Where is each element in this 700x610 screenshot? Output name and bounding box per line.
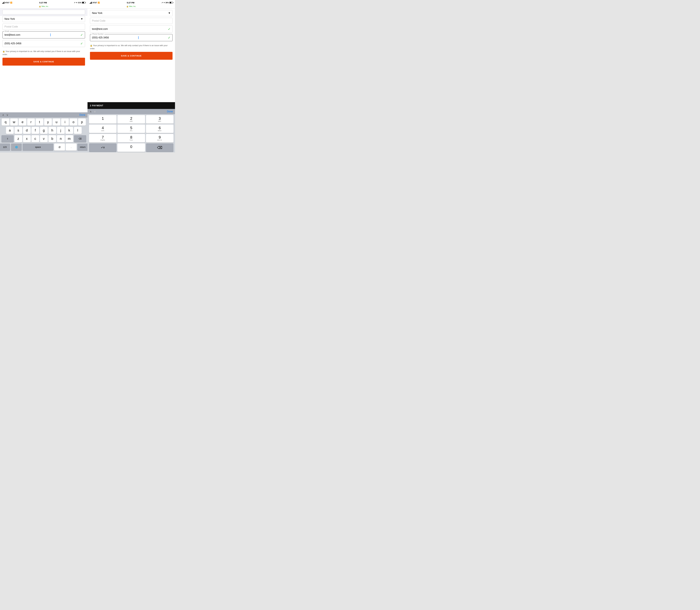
- battery-tip-1: [85, 2, 86, 3]
- wifi-icon-2: 📶: [98, 2, 100, 4]
- num-key-2[interactable]: 2 ABC: [117, 115, 145, 124]
- email-value-1: test@test.com: [4, 33, 20, 36]
- phone-value-2: (555) 425-3456: [92, 36, 109, 39]
- key-at[interactable]: @: [54, 144, 65, 150]
- state-dropdown-1[interactable]: New York ▼: [2, 16, 85, 22]
- key-space[interactable]: space: [22, 144, 53, 150]
- num-key-3[interactable]: 3 DEF: [146, 115, 173, 124]
- phone-screen-2: AT&T 📶 5:27 PM ↗ ✦ 30% 🔒 Nike, Inc. New …: [88, 0, 175, 152]
- num-sub-8: TUV: [130, 139, 133, 141]
- key-r[interactable]: r: [27, 118, 35, 126]
- content-area-2: New York ▼ Postal Code test@test.com ✓ P…: [88, 9, 175, 102]
- keyboard-toolbar-2: ∧ ∨ Done: [88, 109, 175, 114]
- privacy-text-1: 🔒 Your privacy is important to us. We wi…: [2, 49, 85, 58]
- phone-check-1: ✓: [80, 42, 83, 45]
- save-continue-btn-2[interactable]: SAVE & CONTINUE: [90, 52, 173, 60]
- kb-nav-1: ∧ ∨: [2, 113, 8, 117]
- key-p[interactable]: p: [78, 118, 86, 126]
- kb-row-1-1: q w e r t y u i o p: [1, 118, 87, 126]
- email-field-2[interactable]: test@test.com ✓: [90, 26, 173, 33]
- qwerty-keyboard-1: q w e r t y u i o p a s d f g h j k: [0, 117, 88, 152]
- state-dropdown-2[interactable]: New York ▼: [90, 10, 173, 16]
- key-i[interactable]: i: [61, 118, 69, 126]
- num-key-delete[interactable]: ⌫: [146, 143, 173, 152]
- key-q[interactable]: q: [2, 118, 10, 126]
- num-digit-8: 8: [130, 135, 132, 139]
- key-globe[interactable]: 🌐: [11, 144, 22, 150]
- phone-field-1[interactable]: (555) 425-3456 ✓: [2, 40, 85, 47]
- num-sub-4: GHI: [101, 130, 104, 131]
- kb-prev-btn-2[interactable]: ∧: [90, 110, 92, 113]
- key-v[interactable]: v: [40, 135, 48, 142]
- key-shift[interactable]: ⇧: [1, 135, 14, 142]
- num-sub-6: MNO: [158, 130, 162, 131]
- key-n[interactable]: n: [57, 135, 65, 142]
- key-s[interactable]: s: [15, 127, 22, 134]
- state-field-group-1: New York ▼: [2, 16, 85, 22]
- postal-code-group-1: Postal Code: [2, 23, 85, 30]
- num-key-9[interactable]: 9 WXYZ: [146, 134, 173, 142]
- num-key-symbols[interactable]: +*#: [89, 143, 116, 152]
- email-group-2: test@test.com ✓: [90, 26, 173, 33]
- key-delete[interactable]: ⌫: [74, 135, 86, 142]
- phone-label-2: Phone Number: [92, 33, 104, 35]
- key-return[interactable]: return: [77, 144, 88, 150]
- key-e[interactable]: e: [19, 118, 27, 126]
- key-m[interactable]: m: [65, 135, 73, 142]
- phone-field-2[interactable]: Phone Number (555) 425-3456 ✓: [90, 34, 173, 41]
- battery-fill-2: [170, 2, 171, 3]
- key-f[interactable]: f: [31, 127, 39, 134]
- battery-fill-1: [82, 2, 84, 3]
- keyboard-area-2: ∧ ∨ Done 1 2 ABC 3 DEF 4: [88, 109, 175, 152]
- kb-prev-btn-1[interactable]: ∧: [2, 113, 4, 117]
- num-key-8[interactable]: 8 TUV: [117, 134, 145, 142]
- key-l[interactable]: l: [74, 127, 82, 134]
- num-key-1[interactable]: 1: [89, 115, 116, 124]
- num-key-4[interactable]: 4 GHI: [89, 125, 116, 133]
- key-y[interactable]: y: [44, 118, 52, 126]
- phone-check-2: ✓: [168, 36, 171, 39]
- key-g[interactable]: g: [40, 127, 48, 134]
- num-digit-symbols: +*#: [101, 146, 105, 149]
- status-right-2: ↗ ✦ 30%: [161, 2, 173, 4]
- key-c[interactable]: c: [31, 135, 39, 142]
- key-b[interactable]: b: [48, 135, 56, 142]
- status-bar-2: AT&T 📶 5:27 PM ↗ ✦ 30%: [88, 0, 175, 5]
- kb-next-btn-2[interactable]: ∨: [94, 110, 96, 113]
- kb-done-btn-1[interactable]: Done: [79, 114, 85, 116]
- signal-bar: [3, 2, 4, 4]
- email-field-1[interactable]: Email test@test.com ✓: [2, 31, 85, 38]
- phone-value-1: (555) 425-3456: [4, 42, 21, 45]
- num-digit-delete: ⌫: [157, 146, 162, 149]
- save-continue-btn-1[interactable]: SAVE & CONTINUE: [2, 58, 85, 66]
- num-key-6[interactable]: 6 MNO: [146, 125, 173, 133]
- key-k[interactable]: k: [65, 127, 73, 134]
- key-j[interactable]: j: [57, 127, 65, 134]
- num-key-7[interactable]: 7 PQRS: [89, 134, 116, 142]
- key-z[interactable]: z: [15, 135, 22, 142]
- key-o[interactable]: o: [69, 118, 77, 126]
- key-period[interactable]: .: [66, 144, 77, 150]
- key-u[interactable]: u: [53, 118, 60, 126]
- email-label-1: Email: [4, 30, 10, 32]
- key-h[interactable]: h: [48, 127, 56, 134]
- key-t[interactable]: t: [36, 118, 43, 126]
- num-digit-4: 4: [102, 126, 104, 130]
- signal-bars-1: [2, 2, 4, 4]
- key-123[interactable]: 123: [0, 144, 10, 150]
- key-d[interactable]: d: [23, 127, 31, 134]
- num-digit-9: 9: [159, 135, 161, 139]
- num-digit-0: 0: [130, 145, 132, 149]
- postal-code-field-2[interactable]: Postal Code: [90, 18, 173, 24]
- kb-done-btn-2[interactable]: Done: [167, 110, 173, 113]
- kb-next-btn-1[interactable]: ∨: [6, 113, 8, 117]
- num-key-5[interactable]: 5 JKL: [117, 125, 145, 133]
- num-key-0[interactable]: 0: [117, 143, 145, 152]
- key-w[interactable]: w: [10, 118, 18, 126]
- postal-code-field-1[interactable]: Postal Code: [2, 23, 85, 30]
- dropdown-arrow-1: ▼: [81, 18, 83, 20]
- key-x[interactable]: x: [23, 135, 31, 142]
- phone-group-1: (555) 425-3456 ✓: [2, 40, 85, 47]
- num-grid-2: 1 2 ABC 3 DEF 4 GHI 5 JKL: [88, 115, 174, 152]
- key-a[interactable]: a: [6, 127, 14, 134]
